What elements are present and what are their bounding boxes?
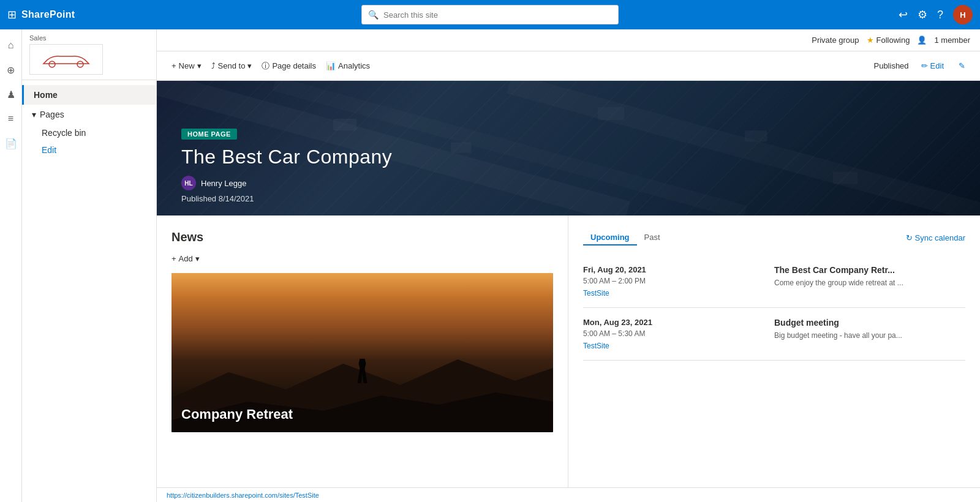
new-button[interactable]: + New ▾ — [167, 59, 206, 73]
event-2-title: Budget meeting — [774, 318, 965, 328]
plus-icon: + — [172, 61, 176, 70]
event-2-date: Mon, Aug 23, 2021 — [583, 318, 774, 327]
hero-author: HL Henry Legge — [181, 176, 392, 190]
hero-published-date: Published 8/14/2021 — [181, 194, 392, 203]
event-2-site-link[interactable]: TestSite — [583, 342, 774, 350]
event-2-date-area: Mon, Aug 23, 2021 5:00 AM – 5:30 AM Test… — [583, 318, 774, 350]
edit-button[interactable]: ✏ Edit — [916, 59, 949, 73]
site-label: Sales — [29, 34, 149, 42]
news-section-title: News — [172, 230, 553, 244]
svg-point-1 — [77, 61, 83, 67]
main-content: Private group ★ Following 👤 1 member + N… — [157, 29, 980, 502]
top-bar-left: ⊞ SharePoint — [7, 8, 75, 21]
sync-icon: ↻ — [906, 233, 913, 242]
page-details-label: Page details — [272, 61, 316, 70]
event-2-desc: Big budget meeting - have all your pa... — [774, 331, 965, 340]
search-box[interactable]: 🔍 — [361, 5, 619, 24]
author-name: Henry Legge — [201, 179, 246, 188]
edit-pencil-icon: ✏ — [921, 61, 928, 70]
edit-secondary-button[interactable]: ✎ — [954, 59, 970, 73]
main-layout: ⌂ ⊕ ♟ ≡ 📄 Sales Home ▾ Pages Recycle — [0, 29, 980, 502]
nav-item-recycle-bin[interactable]: Recycle bin — [22, 124, 156, 141]
chevron-down-icon: ▾ — [32, 110, 36, 119]
private-group-bar: Private group ★ Following 👤 1 member — [157, 29, 980, 51]
news-add-chevron: ▾ — [195, 254, 200, 263]
member-icon: 👤 — [917, 36, 927, 45]
sidebar: ⌂ ⊕ ♟ ≡ 📄 — [0, 29, 22, 502]
page-details-button[interactable]: ⓘ Page details — [257, 58, 321, 74]
content-area: News + Add ▾ Company Retreat — [157, 215, 980, 487]
send-chevron-icon: ▾ — [247, 61, 252, 70]
nav-item-home[interactable]: Home — [22, 85, 156, 105]
sync-label: Sync calendar — [915, 233, 965, 242]
help-icon[interactable]: ? — [937, 9, 943, 21]
member-count-label: 1 member — [934, 36, 970, 45]
event-1-site-link[interactable]: TestSite — [583, 289, 774, 298]
star-icon: ★ — [867, 36, 874, 45]
hero-banner: HOME PAGE The Best Car Company HL Henry … — [157, 81, 980, 215]
sync-calendar-button[interactable]: ↻ Sync calendar — [906, 233, 965, 242]
past-tab[interactable]: Past — [637, 230, 668, 245]
event-1-details: The Best Car Company Retr... Come enjoy … — [774, 265, 965, 298]
news-add-label: Add — [179, 254, 193, 263]
sharepoint-logo: SharePoint — [21, 9, 75, 20]
event-item-1: Fri, Aug 20, 2021 5:00 AM – 2:00 PM Test… — [583, 255, 965, 308]
site-logo-area: Sales — [22, 29, 156, 80]
edit-secondary-icon: ✎ — [959, 61, 965, 70]
event-1-title: The Best Car Company Retr... — [774, 265, 965, 275]
settings-icon[interactable]: ⚙ — [918, 8, 927, 21]
status-url: https://citizenbuilders.sharepoint.com/s… — [167, 492, 319, 499]
upcoming-tab[interactable]: Upcoming — [583, 230, 637, 245]
private-group-label: Private group — [812, 36, 859, 45]
following-label: Following — [876, 36, 910, 45]
user-avatar[interactable]: H — [953, 5, 973, 24]
feedback-icon[interactable]: ↩ — [899, 8, 908, 21]
left-nav-panel: Sales Home ▾ Pages Recycle bin Edit — [22, 29, 157, 502]
events-section: Upcoming Past ↻ Sync calendar Fri, Aug 2… — [568, 215, 980, 487]
edit-label: Edit — [930, 61, 944, 70]
event-2-details: Budget meeting Big budget meeting - have… — [774, 318, 965, 350]
waffle-icon[interactable]: ⊞ — [7, 8, 17, 21]
page-header-right: Published ✏ Edit ✎ — [873, 59, 970, 73]
event-1-time: 5:00 AM – 2:00 PM — [583, 277, 774, 285]
nav-items: Home ▾ Pages Recycle bin Edit — [22, 80, 156, 163]
analytics-button[interactable]: 📊 Analytics — [321, 59, 375, 73]
send-to-label: Send to — [218, 61, 246, 70]
events-header: Upcoming Past ↻ Sync calendar — [583, 230, 965, 245]
news-plus-icon: + — [172, 254, 176, 263]
top-bar-right: ↩ ⚙ ? H — [899, 5, 973, 24]
hero-badge: HOME PAGE — [181, 129, 237, 140]
news-image-card[interactable]: Company Retreat — [172, 273, 553, 432]
analytics-icon: 📊 — [326, 61, 336, 70]
event-1-date-area: Fri, Aug 20, 2021 5:00 AM – 2:00 PM Test… — [583, 265, 774, 298]
send-to-button[interactable]: ⤴ Send to ▾ — [206, 59, 257, 73]
svg-point-0 — [49, 61, 55, 67]
nav-edit-link[interactable]: Edit — [22, 141, 156, 159]
nav-section-pages[interactable]: ▾ Pages — [22, 105, 156, 124]
news-card-label: Company Retreat — [181, 406, 293, 422]
sidebar-people-icon[interactable]: ♟ — [0, 83, 22, 105]
status-bar: https://citizenbuilders.sharepoint.com/s… — [157, 487, 980, 502]
sidebar-add-icon[interactable]: ⊕ — [0, 59, 22, 81]
analytics-label: Analytics — [338, 61, 370, 70]
nav-section-label: Pages — [40, 110, 64, 119]
published-status: Published — [873, 61, 908, 70]
sidebar-notes-icon[interactable]: ≡ — [0, 108, 22, 130]
site-logo-image — [29, 44, 103, 75]
car-logo-svg — [39, 50, 94, 69]
sidebar-home-icon[interactable]: ⌂ — [0, 34, 22, 56]
event-2-time: 5:00 AM – 5:30 AM — [583, 329, 774, 338]
page-toolbar: + New ▾ ⤴ Send to ▾ ⓘ Page details 📊 Ana… — [157, 51, 980, 81]
events-tabs: Upcoming Past — [583, 230, 668, 245]
top-navigation-bar: ⊞ SharePoint 🔍 ↩ ⚙ ? H — [0, 0, 980, 29]
following-button[interactable]: ★ Following — [867, 36, 910, 45]
event-1-desc: Come enjoy the group wide retreat at ... — [774, 279, 965, 287]
author-avatar: HL — [181, 176, 196, 190]
news-add-button[interactable]: + Add ▾ — [172, 254, 200, 263]
event-1-date: Fri, Aug 20, 2021 — [583, 265, 774, 274]
sidebar-doc-icon[interactable]: 📄 — [0, 132, 22, 154]
send-icon: ⤴ — [211, 61, 216, 70]
event-item-2: Mon, Aug 23, 2021 5:00 AM – 5:30 AM Test… — [583, 308, 965, 361]
search-input[interactable] — [383, 10, 612, 20]
new-label: New — [179, 61, 195, 70]
